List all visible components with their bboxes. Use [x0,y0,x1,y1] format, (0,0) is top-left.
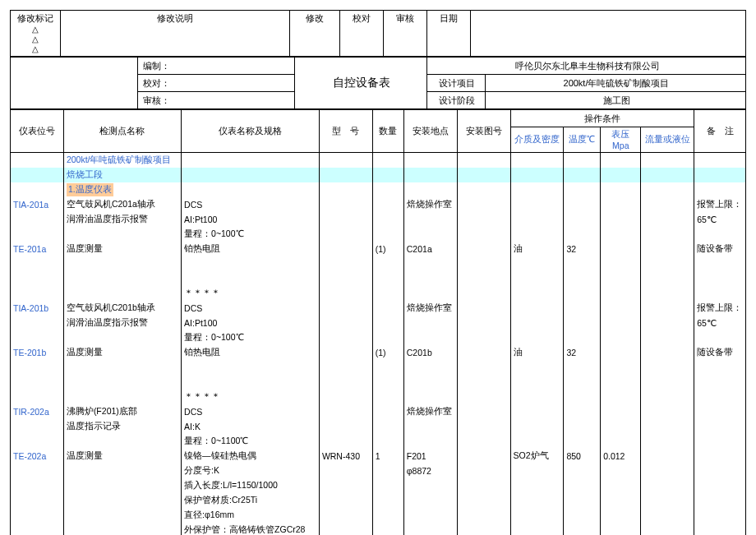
col-temp: 温度℃ [564,127,601,153]
table-row: TIA-201b 空气鼓风机C201b轴承 DCS 焙烧操作室 报警上限： [11,301,746,316]
table-row: TE-202a 温度测量 镍铬—镍硅热电偶 WRN-430 1 F201 SO2… [11,449,746,464]
mod-label: 修改 [306,13,324,23]
proj-line: 200kt/年吨硫铁矿制酸项目 [63,153,181,168]
design-proj-label: 设计项目 [439,78,475,88]
col-qty: 数量 [372,110,403,153]
table-row: 分度号:Kφ8872 [11,464,746,478]
header-block: 编制： 自控设备表 呼伦贝尔东北阜丰生物科技有限公司 校对： 设计项目 200k… [10,57,746,109]
table-row: 插入长度:L/l=1150/1000 [11,478,746,493]
check-label: 校对 [353,13,371,23]
col-tag: 仪表位号 [11,110,64,153]
col-dwg: 安装图号 [457,110,510,153]
table-row: TE-201a 温度测量 铂热电阻 (1) C201a 油 32 随设备带 [11,242,746,256]
col-flow: 流量或液位 [641,127,694,153]
table-row: 润滑油温度指示报警 AI:Pt100 65℃ [11,316,746,330]
table-row: TIA-201a 空气鼓风机C201a轴承 DCS 焙烧操作室 报警上限： [11,197,746,212]
table-header: 仪表位号 检测点名称 仪表名称及规格 型 号 数量 安装地点 安装图号 操作条件… [11,110,746,153]
revision-block: 修改标记 △ △ △ 修改说明 修改 校对 审核 日期 [10,10,746,57]
table-row: 直径:φ16mm [11,508,746,523]
triangle-icon: △ [14,25,57,35]
table-row: 外保护管：高铬铸铁管ZGCr28 [11,523,746,535]
design-stage-label: 设计阶段 [439,95,475,105]
verify-label: 校对： [143,78,170,88]
doc-title: 自控设备表 [333,76,390,89]
table-row: TE-201b 温度测量 铂热电阻 (1) C201b 油 32 随设备带 [11,345,746,360]
table-row: 量程：0~1100℃ [11,434,746,449]
table-row [11,375,746,390]
review-label: 审核 [396,13,414,23]
group1-label: 1.温度仪表 [67,183,113,196]
table-row: 保护管材质:Cr25Ti [11,493,746,508]
stage-line: 焙烧工段 [63,168,181,182]
company-name: 呼伦贝尔东北阜丰生物科技有限公司 [515,61,660,71]
triangle-icon: △ [14,35,57,44]
mark-label: 修改标记 [17,13,53,23]
col-press: 表压Mpa [601,127,641,153]
col-spec: 仪表名称及规格 [182,110,320,153]
col-remarks: 备 注 [694,110,746,153]
col-op: 操作条件 [510,110,694,127]
table-row [11,360,746,375]
design-proj: 200kt/年吨硫铁矿制酸项目 [564,78,670,88]
date-label: 日期 [440,13,458,23]
table-row: 温度指示记录 AI:K [11,419,746,434]
table-row [11,256,746,271]
col-point: 检测点名称 [63,110,181,153]
col-loc: 安装地点 [403,110,457,153]
table-row: 量程：0~100℃ [11,330,746,345]
table-row [11,271,746,286]
table-row: TIR-202a 沸腾炉(F201)底部 DCS 焙烧操作室 [11,404,746,419]
compile-label: 编制： [143,61,170,71]
separator-row: ＊＊＊＊ [11,390,746,404]
separator-row: ＊＊＊＊ [11,286,746,301]
desc-label: 修改说明 [157,13,193,23]
design-stage: 施工图 [603,95,630,105]
triangle-icon: △ [14,44,57,54]
table-row: 量程：0~100℃ [11,227,746,242]
table-row: 润滑油温度指示报警 AI:Pt100 65℃ [11,212,746,227]
equipment-table: 仪表位号 检测点名称 仪表名称及规格 型 号 数量 安装地点 安装图号 操作条件… [10,109,746,535]
audit-label: 审核： [143,95,170,105]
col-model: 型 号 [319,110,372,153]
col-medium: 介质及密度 [510,127,564,153]
